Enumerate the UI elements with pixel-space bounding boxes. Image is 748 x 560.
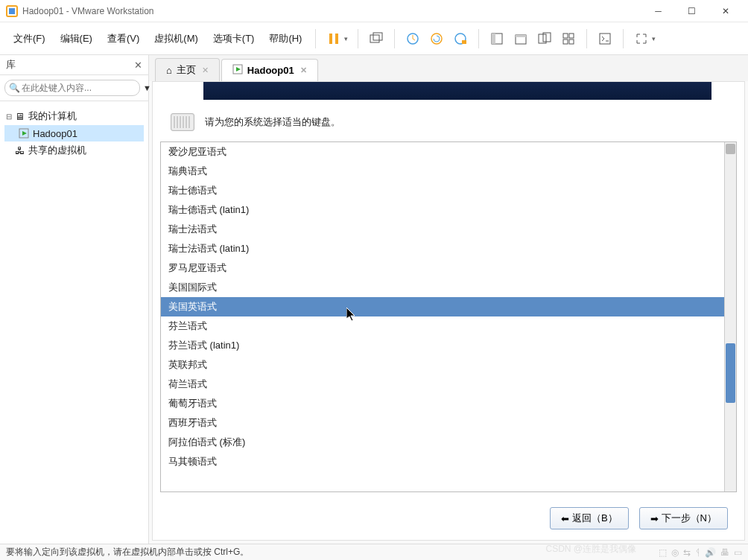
svg-rect-16: [563, 34, 568, 38]
arrow-right-icon: ➡: [650, 513, 659, 524]
keyboard-option[interactable]: 阿拉伯语式 (标准): [161, 433, 724, 452]
next-button[interactable]: ➡ 下一步（N）: [639, 507, 728, 529]
svg-rect-13: [516, 35, 526, 37]
keyboard-option[interactable]: 西班牙语式: [161, 413, 724, 433]
svg-rect-19: [569, 39, 574, 44]
menu-file[interactable]: 文件(F): [6, 28, 53, 50]
tab-label: 主页: [177, 63, 196, 77]
sidebar-close-icon[interactable]: ✕: [134, 60, 142, 71]
svg-marker-22: [22, 131, 27, 136]
separator: [586, 29, 587, 48]
layout-single-icon[interactable]: [487, 29, 507, 48]
search-dropdown[interactable]: ▼: [143, 83, 151, 92]
tree-vm-hadoop01[interactable]: Hadoop01: [4, 125, 144, 141]
close-button[interactable]: ✕: [709, 0, 742, 22]
menu-view[interactable]: 查看(V): [100, 28, 147, 50]
menu-vm[interactable]: 虚拟机(M): [147, 28, 206, 50]
keyboard-option[interactable]: 爱沙尼亚语式: [161, 142, 724, 162]
keyboard-option[interactable]: 荷兰语式: [161, 375, 724, 394]
vm-console[interactable]: 请为您的系统选择适当的键盘。 爱沙尼亚语式瑞典语式瑞士德语式瑞士德语式 (lat…: [152, 81, 745, 541]
svg-rect-17: [569, 34, 574, 38]
svg-rect-4: [370, 35, 379, 42]
usb-icon[interactable]: ᛩ: [695, 547, 700, 558]
tree-label: 共享的虚拟机: [28, 144, 86, 157]
keyboard-icon: [171, 113, 194, 131]
pause-dropdown[interactable]: ▾: [344, 35, 352, 42]
keyboard-option[interactable]: 瑞典语式: [161, 162, 724, 181]
keyboard-option[interactable]: 英联邦式: [161, 355, 724, 375]
installer-banner: [203, 82, 711, 100]
tree-label: Hadoop01: [33, 128, 77, 139]
keyboard-option[interactable]: 瑞士德语式: [161, 181, 724, 200]
cd-icon[interactable]: ◎: [671, 547, 679, 558]
keyboard-option[interactable]: 葡萄牙语式: [161, 394, 724, 413]
svg-rect-9: [462, 40, 466, 44]
svg-rect-1: [9, 8, 15, 14]
sound-icon[interactable]: 🔊: [705, 547, 716, 558]
keyboard-prompt-row: 请为您的系统选择适当的键盘。: [153, 109, 744, 141]
keyboard-option[interactable]: 瑞士法语式 (latin1): [161, 239, 724, 258]
printer-icon[interactable]: 🖶: [720, 547, 729, 558]
scroll-thumb-top[interactable]: [726, 144, 735, 154]
tab-close-icon[interactable]: ✕: [202, 66, 209, 75]
fullscreen-dropdown[interactable]: ▾: [652, 35, 659, 42]
keyboard-option[interactable]: 罗马尼亚语式: [161, 258, 724, 278]
expand-icon[interactable]: ⊟: [4, 112, 13, 121]
menu-edit[interactable]: 编辑(E): [53, 28, 100, 50]
content-area: ⌂ 主页 ✕ Hadoop01 ✕ 请为您的系统选择适当的键盘。 爱沙尼亚语式瑞…: [149, 55, 748, 544]
separator: [478, 29, 479, 48]
fullscreen-icon[interactable]: [632, 29, 651, 48]
tree-shared-vms[interactable]: 🖧 共享的虚拟机: [4, 141, 144, 159]
svg-rect-3: [335, 34, 338, 44]
scrollbar[interactable]: [724, 142, 736, 491]
maximize-button[interactable]: ☐: [675, 0, 709, 22]
snapshot-manager-icon[interactable]: [451, 29, 470, 48]
library-sidebar: 库 ✕ 🔍 ▼ ⊟ 🖥 我的计算机 Hadoop01 🖧 共享的虚拟机: [0, 55, 149, 544]
search-input[interactable]: [4, 80, 140, 96]
keyboard-option[interactable]: 美国英语式: [161, 297, 724, 316]
menu-help[interactable]: 帮助(H): [262, 28, 309, 50]
home-icon: ⌂: [166, 65, 172, 76]
keyboard-option[interactable]: 芬兰语式 (latin1): [161, 336, 724, 355]
layout-multi-icon[interactable]: [535, 29, 554, 48]
tab-hadoop01[interactable]: Hadoop01 ✕: [221, 59, 318, 81]
send-ctrlaltdel-icon[interactable]: [367, 29, 386, 48]
sidebar-title: 库: [6, 58, 16, 71]
tab-close-icon[interactable]: ✕: [300, 66, 307, 75]
menu-tabs[interactable]: 选项卡(T): [206, 28, 262, 50]
keyboard-list: 爱沙尼亚语式瑞典语式瑞士德语式瑞士德语式 (latin1)瑞士法语式瑞士法语式 …: [160, 141, 737, 492]
keyboard-option[interactable]: 马其顿语式: [161, 452, 724, 471]
svg-rect-11: [492, 34, 495, 44]
tab-home[interactable]: ⌂ 主页 ✕: [155, 58, 220, 81]
window-title: Hadoop01 - VMware Workstation: [22, 6, 641, 16]
back-button[interactable]: ⬅ 返回（B）: [550, 507, 629, 529]
layout-tabbed-icon[interactable]: [511, 29, 530, 48]
status-text: 要将输入定向到该虚拟机，请在虚拟机内部单击或按 Ctrl+G。: [6, 546, 249, 559]
console-icon[interactable]: [595, 29, 615, 48]
net-icon[interactable]: ⇆: [683, 547, 691, 558]
keyboard-option[interactable]: 瑞士德语式 (latin1): [161, 200, 724, 220]
keyboard-option[interactable]: 芬兰语式: [161, 316, 724, 336]
library-tree: ⊟ 🖥 我的计算机 Hadoop01 🖧 共享的虚拟机: [0, 101, 148, 165]
search-icon: 🔍: [9, 83, 20, 93]
tree-my-computer[interactable]: ⊟ 🖥 我的计算机: [4, 107, 144, 125]
snapshot-revert-icon[interactable]: [427, 29, 446, 48]
display-icon[interactable]: ▭: [734, 547, 742, 558]
unity-icon[interactable]: [559, 29, 578, 48]
snapshot-icon[interactable]: [403, 29, 422, 48]
menubar: 文件(F) 编辑(E) 查看(V) 虚拟机(M) 选项卡(T) 帮助(H) ▾ …: [0, 22, 748, 55]
app-icon: [6, 5, 18, 17]
keyboard-option[interactable]: 美国国际式: [161, 278, 724, 297]
scroll-thumb[interactable]: [726, 343, 735, 403]
svg-point-7: [431, 34, 442, 44]
pause-button[interactable]: [324, 29, 343, 48]
vm-icon: [232, 64, 243, 77]
svg-marker-24: [236, 67, 241, 71]
minimize-button[interactable]: ─: [641, 0, 675, 22]
keyboard-option[interactable]: 瑞士法语式: [161, 220, 724, 239]
expand-icon[interactable]: [4, 147, 13, 155]
disk-icon[interactable]: ⬚: [659, 547, 667, 558]
tab-bar: ⌂ 主页 ✕ Hadoop01 ✕: [149, 55, 748, 81]
status-device-icons: ⬚ ◎ ⇆ ᛩ 🔊 🖶 ▭: [659, 547, 742, 558]
svg-rect-18: [563, 39, 568, 44]
